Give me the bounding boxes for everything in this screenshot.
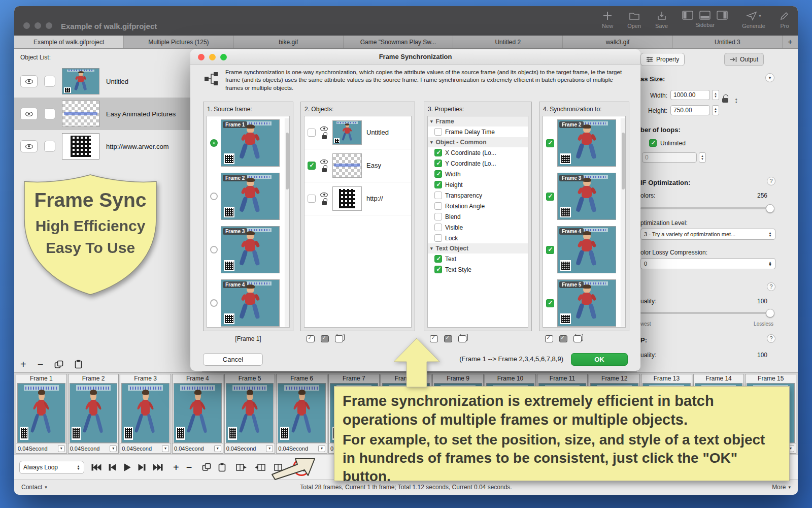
property-checkbox[interactable] [434, 266, 442, 273]
open-button[interactable]: Open [627, 11, 641, 29]
pro-button[interactable]: Pro [780, 11, 790, 29]
colors-slider[interactable] [640, 207, 773, 209]
close-icon[interactable] [23, 22, 30, 29]
property-checkbox[interactable] [434, 255, 442, 263]
object-row[interactable]: Easy Animated Pictures [14, 98, 202, 130]
copy-selection-icon[interactable] [573, 335, 582, 342]
chevron-down-icon[interactable]: ▾ [318, 445, 325, 452]
chevron-down-icon[interactable]: ▾ [266, 445, 273, 452]
property-row[interactable]: ▾ Text Style [428, 264, 528, 275]
sync-frame-option[interactable]: Frame 4 [543, 223, 625, 276]
property-checkbox[interactable] [434, 181, 442, 188]
chevron-down-icon[interactable]: ▾ [110, 445, 117, 452]
property-checkbox[interactable] [434, 149, 442, 156]
add-frame-button[interactable]: + [173, 463, 179, 472]
frame-duration-control[interactable]: 0.04Second ▾ [16, 443, 66, 453]
object-row[interactable]: Untitled [14, 65, 202, 98]
timeline-frame[interactable]: Frame 3 0.04Second ▾ [120, 374, 171, 454]
paste-icon[interactable] [75, 360, 82, 369]
source-frame-option[interactable]: Frame 1 [207, 116, 289, 170]
close-icon[interactable] [198, 54, 205, 60]
remove-object-button[interactable]: − [38, 360, 44, 369]
object-checkbox[interactable] [44, 108, 55, 119]
zoom-icon[interactable] [220, 54, 227, 60]
sync-checkbox[interactable] [546, 139, 554, 147]
property-row[interactable]: ▾ Lock [428, 233, 528, 243]
cancel-button[interactable]: Cancel [203, 353, 263, 366]
help-icon[interactable]: ? [767, 334, 775, 343]
right-panel-icon[interactable] [717, 11, 728, 20]
minimize-icon[interactable] [209, 54, 216, 60]
document-tab[interactable]: bike.gif [234, 36, 344, 48]
property-checkbox[interactable] [434, 224, 442, 231]
source-radio[interactable] [210, 139, 218, 147]
width-stepper[interactable]: ▲▼ [712, 90, 719, 100]
copy-selection-icon[interactable] [458, 335, 466, 342]
tab-property[interactable]: Property [640, 53, 685, 66]
document-tab[interactable]: walk3.gif [563, 36, 672, 48]
collapse-section-button[interactable]: ▾ [765, 73, 774, 82]
document-tab[interactable]: Untitled 2 [453, 36, 563, 48]
quality-slider[interactable] [640, 312, 773, 314]
sync-frame-option[interactable]: Frame 3 [543, 170, 625, 223]
object-checkbox[interactable] [308, 162, 316, 170]
property-row[interactable]: ▾ Frame [428, 116, 528, 126]
scrollbar[interactable] [285, 118, 289, 327]
loop-mode-select[interactable]: Always Loop ▲▼ [19, 461, 84, 474]
chevron-down-icon[interactable]: ▾ [58, 445, 65, 452]
object-option[interactable]: Untitled [304, 116, 411, 149]
swap-dimensions-icon[interactable]: ↕ [734, 96, 738, 104]
object-checkbox[interactable] [44, 141, 55, 152]
property-row[interactable]: ▾ Height [428, 179, 528, 190]
object-checkbox[interactable] [308, 195, 316, 203]
dialog-traffic-lights[interactable] [198, 54, 227, 60]
width-input[interactable] [670, 90, 710, 100]
new-button[interactable]: New [602, 11, 613, 29]
property-checkbox[interactable] [434, 160, 442, 167]
tab-output[interactable]: Output [724, 53, 764, 66]
height-stepper[interactable]: ▲▼ [712, 105, 719, 115]
play-button[interactable] [123, 463, 131, 471]
property-checkbox[interactable] [434, 192, 442, 199]
object-row[interactable]: http://www.arwer.com [14, 130, 202, 163]
scrollbar[interactable] [621, 118, 625, 327]
copy-icon[interactable] [54, 360, 63, 369]
skip-start-button[interactable] [91, 464, 101, 471]
add-object-button[interactable]: + [20, 360, 26, 369]
visibility-button[interactable] [20, 75, 38, 87]
help-icon[interactable]: ? [767, 282, 775, 291]
save-button[interactable]: Save [655, 11, 668, 29]
lock-aspect-icon[interactable] [722, 98, 728, 103]
object-option[interactable]: Easy [304, 149, 411, 182]
frame-duration-control[interactable]: 0.04Second ▾ [225, 443, 275, 453]
ok-button[interactable]: OK [571, 353, 628, 366]
document-tab[interactable]: Multiple Pictures (125) [124, 36, 233, 48]
frame-duration-control[interactable]: 0.04Second ▾ [173, 443, 223, 453]
copy-frame-icon[interactable] [202, 463, 211, 471]
lock-icon[interactable] [322, 135, 327, 139]
skip-end-button[interactable] [153, 464, 163, 471]
add-tab-button[interactable]: + [783, 36, 798, 48]
object-checkbox[interactable] [44, 76, 55, 87]
property-row[interactable]: ▾ X Coordinate (Lo... [428, 147, 528, 158]
property-row[interactable]: ▾ Transparency [428, 190, 528, 201]
unlimited-checkbox[interactable] [649, 139, 657, 147]
help-icon[interactable]: ? [767, 177, 775, 185]
frame-duration-control[interactable]: 0.04Second ▾ [120, 443, 171, 453]
property-checkbox[interactable] [434, 213, 442, 220]
source-frame-option[interactable]: Frame 2 [207, 170, 289, 223]
property-row[interactable]: ▾ Object - Common [428, 137, 528, 147]
property-row[interactable]: ▾ Text [428, 253, 528, 264]
opt-level-select[interactable]: 3 - Try a variety of optimization met...… [640, 229, 775, 240]
frame-duration-control[interactable]: 0.04Second ▾ [69, 443, 119, 453]
property-checkbox[interactable] [434, 170, 442, 178]
property-row[interactable]: ▾ Visible [428, 222, 528, 233]
chevron-down-icon[interactable]: ▾ [162, 445, 169, 452]
select-all-icon[interactable] [307, 335, 315, 342]
eye-icon[interactable] [320, 160, 328, 164]
object-checkbox[interactable] [308, 129, 316, 137]
property-row[interactable]: ▾ Blend [428, 211, 528, 222]
property-row[interactable]: ▾ Rotation Angle [428, 201, 528, 211]
contact-button[interactable]: Contact ▾ [21, 484, 47, 491]
traffic-lights[interactable] [23, 22, 52, 29]
